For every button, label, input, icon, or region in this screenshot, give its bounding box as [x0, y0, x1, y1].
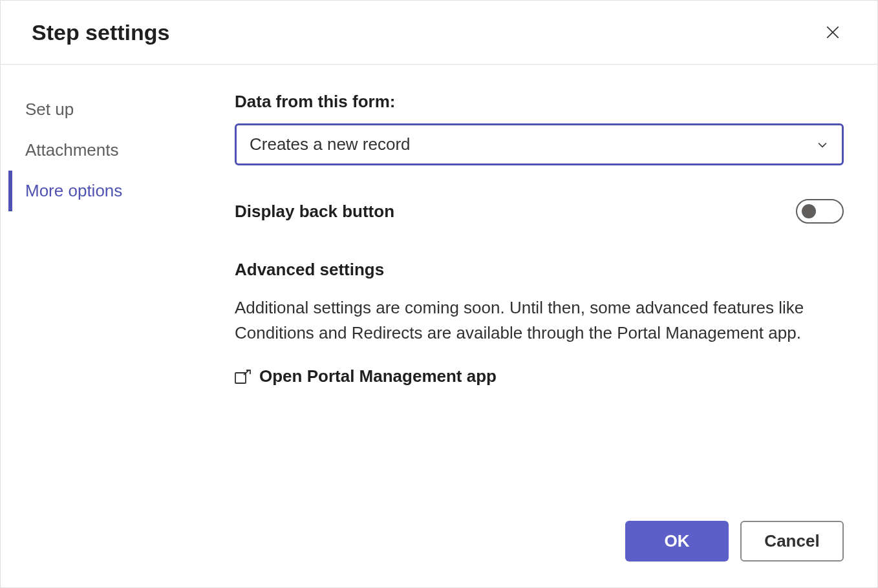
cancel-button[interactable]: Cancel	[740, 521, 844, 562]
content-panel: Data from this form: Creates a new recor…	[220, 65, 877, 521]
open-portal-link-text: Open Portal Management app	[259, 366, 497, 386]
step-settings-dialog: Step settings Set up Attachments More op…	[0, 0, 878, 588]
sidebar-item-attachments[interactable]: Attachments	[8, 130, 220, 171]
data-from-form-select[interactable]: Creates a new record	[235, 123, 844, 165]
dialog-body: Set up Attachments More options Data fro…	[1, 65, 877, 521]
dialog-header: Step settings	[1, 1, 877, 65]
dialog-footer: OK Cancel	[1, 521, 877, 587]
data-from-form-label: Data from this form:	[235, 92, 844, 112]
sidebar: Set up Attachments More options	[1, 65, 220, 521]
close-icon	[824, 24, 841, 41]
display-back-label: Display back button	[235, 202, 394, 222]
dialog-title: Step settings	[32, 20, 169, 45]
display-back-toggle[interactable]	[796, 199, 844, 224]
advanced-settings-description: Additional settings are coming soon. Unt…	[235, 295, 844, 346]
chevron-down-icon	[816, 138, 829, 151]
ok-button[interactable]: OK	[625, 521, 729, 562]
select-value: Creates a new record	[250, 134, 411, 154]
sidebar-item-label: Set up	[25, 100, 74, 119]
sidebar-item-label: More options	[25, 181, 122, 200]
open-portal-link[interactable]: Open Portal Management app	[235, 366, 844, 386]
sidebar-item-label: Attachments	[25, 140, 119, 160]
close-button[interactable]	[819, 19, 846, 46]
sidebar-item-more-options[interactable]: More options	[8, 171, 220, 211]
sidebar-item-setup[interactable]: Set up	[8, 89, 220, 130]
toggle-knob	[802, 204, 816, 218]
advanced-settings-title: Advanced settings	[235, 260, 844, 280]
open-external-icon	[235, 370, 252, 384]
display-back-row: Display back button	[235, 199, 844, 224]
